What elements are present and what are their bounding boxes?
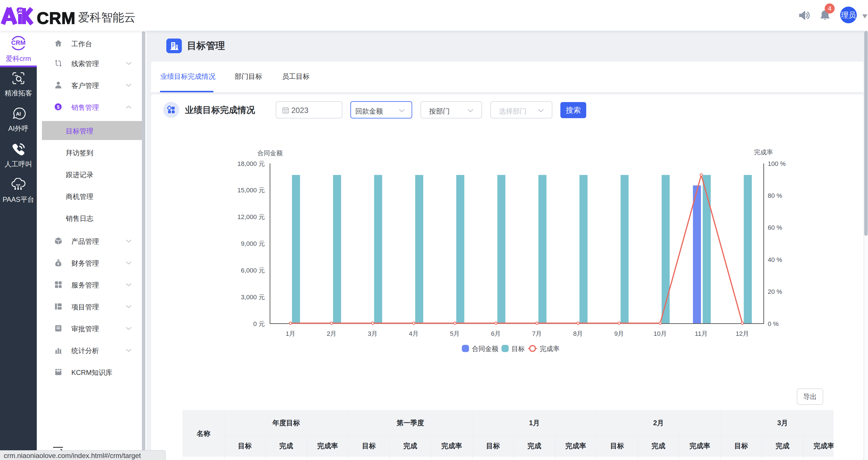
svg-text:CRM: CRM bbox=[11, 39, 26, 46]
svg-text:¥: ¥ bbox=[57, 262, 59, 266]
svg-text:$: $ bbox=[57, 104, 59, 110]
svg-text:AI: AI bbox=[16, 111, 21, 117]
svg-text:AI: AI bbox=[19, 8, 22, 12]
